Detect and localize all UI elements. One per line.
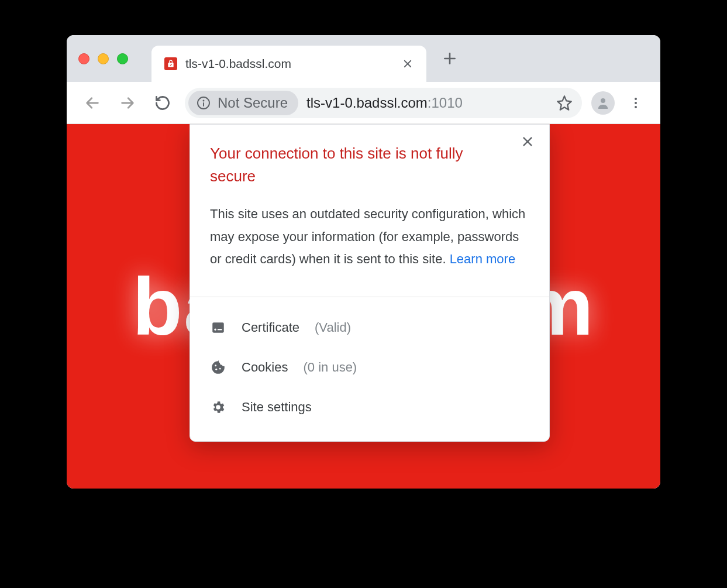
window-minimize-button[interactable]: [98, 53, 109, 64]
site-settings-row[interactable]: Site settings: [210, 387, 529, 427]
reload-button[interactable]: [150, 90, 175, 116]
certificate-icon: [210, 319, 226, 336]
svg-point-11: [215, 365, 216, 366]
cookies-row[interactable]: Cookies (0 in use): [210, 348, 529, 387]
svg-rect-10: [218, 329, 222, 330]
certificate-label: Certificate: [242, 320, 299, 335]
popup-close-button[interactable]: [521, 135, 539, 153]
window-close-button[interactable]: [78, 53, 89, 64]
cookies-status: (0 in use): [303, 360, 357, 375]
security-chip[interactable]: Not Secure: [188, 91, 298, 115]
learn-more-link[interactable]: Learn more: [450, 252, 516, 266]
content-area: badssl.com Your connection to this site …: [67, 124, 660, 489]
certificate-row[interactable]: Certificate (Valid): [210, 308, 529, 348]
tab-active[interactable]: tls-v1-0.badssl.com: [151, 46, 426, 82]
url-host: tls-v1-0.badssl.com: [306, 95, 428, 111]
window-maximize-button[interactable]: [117, 53, 128, 64]
svg-point-13: [219, 367, 221, 369]
popup-body: This site uses an outdated security conf…: [210, 203, 529, 271]
cookie-icon: [210, 359, 226, 376]
security-popup: Your connection to this site is not full…: [189, 124, 550, 442]
svg-point-6: [635, 106, 637, 108]
browser-window: tls-v1-0.badssl.com Not Secure: [67, 35, 660, 489]
site-settings-label: Site settings: [242, 400, 312, 415]
bookmark-button[interactable]: [556, 95, 573, 111]
svg-point-9: [214, 328, 216, 330]
popup-title: Your connection to this site is not full…: [210, 142, 502, 188]
gear-icon: [210, 399, 226, 415]
svg-point-5: [635, 102, 637, 104]
new-tab-button[interactable]: [433, 42, 466, 75]
svg-point-3: [601, 98, 605, 103]
url-display: tls-v1-0.badssl.com:1010: [306, 95, 463, 111]
svg-rect-8: [212, 322, 224, 325]
certificate-status: (Valid): [315, 320, 351, 335]
toolbar: Not Secure tls-v1-0.badssl.com:1010: [67, 82, 660, 124]
divider: [190, 297, 549, 297]
tab-title: tls-v1-0.badssl.com: [185, 57, 391, 71]
menu-button[interactable]: [624, 91, 647, 115]
tab-strip: tls-v1-0.badssl.com: [67, 35, 660, 82]
forward-button[interactable]: [115, 90, 140, 116]
tab-close-button[interactable]: [399, 56, 416, 72]
omnibox[interactable]: Not Secure tls-v1-0.badssl.com:1010: [185, 88, 582, 118]
back-button[interactable]: [80, 90, 105, 116]
svg-point-12: [215, 368, 217, 370]
profile-button[interactable]: [591, 91, 615, 115]
url-port: :1010: [428, 95, 463, 111]
lock-insecure-icon: [164, 57, 177, 70]
window-controls: [78, 53, 128, 64]
info-icon: [197, 96, 211, 110]
security-label: Not Secure: [218, 95, 288, 111]
cookies-label: Cookies: [242, 360, 288, 375]
svg-point-4: [635, 98, 637, 100]
